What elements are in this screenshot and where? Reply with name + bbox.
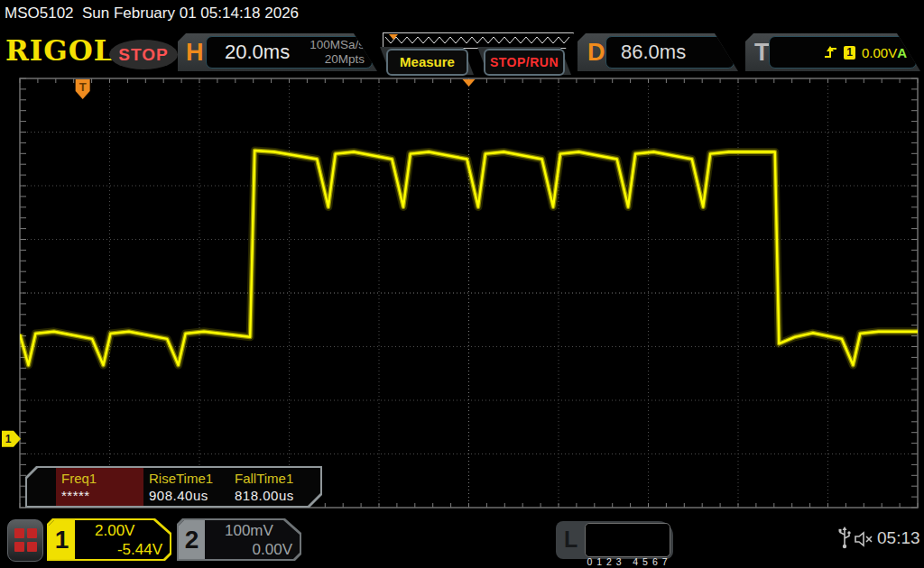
trigger-label: T (754, 39, 770, 67)
menu-icon (27, 528, 37, 538)
channel2-scale: 100mV (225, 521, 273, 540)
measurement-value: ***** (61, 488, 148, 503)
measurement-item[interactable]: FallTime1 818.00us (235, 471, 321, 503)
delay-readout: 86.0ms (605, 36, 735, 69)
measurement-item[interactable]: RiseTime1 908.40us (149, 471, 236, 503)
menu-button[interactable] (7, 519, 43, 562)
trigger-panel[interactable]: T 1 0.00V A (745, 33, 920, 71)
memory-preview-waveform (383, 33, 571, 46)
rising-edge-icon (824, 45, 836, 60)
trigger-source-badge: 1 (844, 46, 855, 60)
measurement-value: 908.40us (149, 488, 236, 503)
logic-row-1: 0 1 2 3 4 5 6 7 (586, 554, 670, 568)
channel2-badge[interactable]: 2 100mV 0.00V (177, 518, 301, 561)
measurement-name: FallTime1 (235, 471, 321, 486)
horizontal-readout: 20.0ms 100MSa/s 20Mpts (206, 36, 373, 69)
delay-label: D (587, 39, 605, 67)
channel1-number: 1 (49, 520, 75, 559)
speaker-muted-icon (854, 530, 875, 548)
measurement-name: RiseTime1 (149, 471, 236, 486)
measurement-results-inner: Freq1 ***** RiseTime1 908.40us FallTime1… (27, 468, 320, 506)
horizontal-label: H (186, 39, 204, 67)
usb-icon (837, 527, 852, 550)
waveform-display[interactable]: T1 (0, 72, 924, 518)
horizontal-panel[interactable]: H 20.0ms 100MSa/s 20Mpts (178, 33, 377, 71)
waveform-position-bar[interactable] (383, 32, 574, 49)
logic-label: L (564, 527, 578, 553)
measurement-results-panel[interactable]: Freq1 ***** RiseTime1 908.40us FallTime1… (25, 466, 322, 508)
delay-value: 86.0ms (621, 41, 686, 64)
menu-icon (14, 528, 24, 538)
dc-coupling-icon (77, 527, 90, 535)
measurement-value: 818.00us (235, 488, 321, 503)
trigger-level-value: 0.00V (862, 45, 897, 60)
sample-rate: 100MSa/s (310, 38, 365, 52)
timebase-value: 20.0ms (225, 41, 290, 64)
trigger-readout: 1 0.00V A (769, 36, 917, 69)
channel1-scale: 2.00V (95, 521, 134, 540)
clock: 05:13 (877, 528, 920, 548)
menu-icon (14, 542, 24, 552)
logic-channels-badge[interactable]: L 0 1 2 3 4 5 6 7 8 9 10 11 12 13 14 15 (556, 521, 673, 559)
rigol-logo: RIGOL (5, 34, 115, 67)
svg-text:1: 1 (5, 433, 12, 445)
measurement-name: Freq1 (61, 471, 148, 486)
channel1-offset: -5.44V (77, 540, 162, 559)
run-state-indicator[interactable]: STOP (109, 40, 178, 69)
acquisition-info: 100MSa/s 20Mpts (310, 38, 365, 67)
dc-coupling-icon (207, 527, 220, 535)
svg-text:T: T (79, 80, 87, 94)
scope-graticule: T1 (0, 72, 924, 518)
trigger-mode: A (897, 45, 907, 60)
memory-depth: 20Mpts (310, 52, 365, 67)
channel1-badge[interactable]: 1 2.00V -5.44V (47, 518, 171, 561)
window-title: MSO5102 Sun February 01 05:14:18 2026 (0, 0, 924, 29)
logic-channel-list: 0 1 2 3 4 5 6 7 8 9 10 11 12 13 14 15 (585, 523, 670, 557)
menu-icon (27, 542, 37, 552)
channel2-offset: 0.00V (207, 540, 292, 559)
oscilloscope-screen: { "window": { "title": "MSO5102 Sun Febr… (0, 0, 924, 568)
channel2-number: 2 (179, 520, 205, 559)
measurement-item[interactable]: Freq1 ***** (61, 471, 148, 503)
delay-panel[interactable]: D 86.0ms (578, 33, 738, 71)
